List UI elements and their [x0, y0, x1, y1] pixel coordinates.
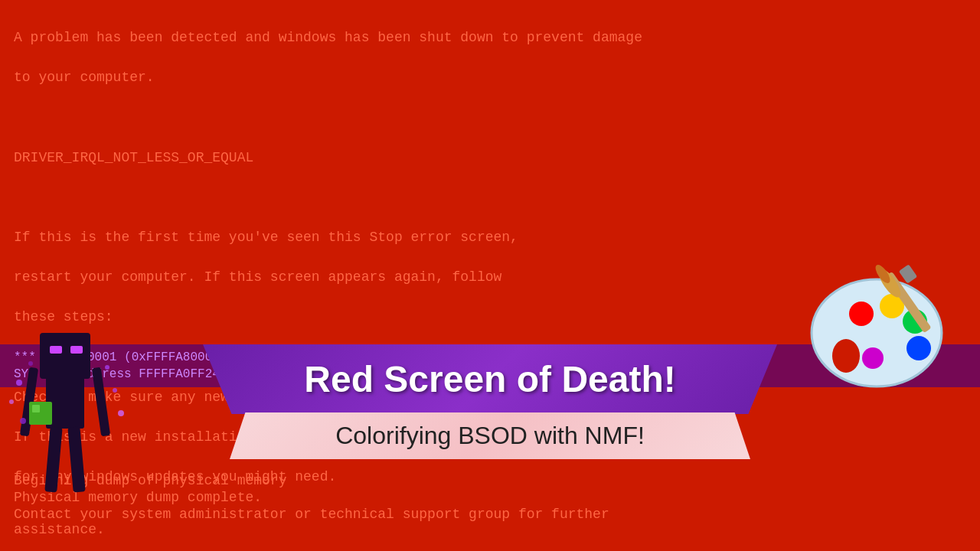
- bsod-line6: If this is the first time you've seen th…: [14, 230, 518, 245]
- paint-palette-icon: [804, 245, 957, 398]
- banner-title: Red Screen of Death!: [304, 359, 675, 399]
- banner-subtitle: Colorifying BSOD with NMF!: [335, 422, 645, 449]
- pink-banner: Colorifying BSOD with NMF!: [230, 412, 750, 459]
- svg-point-25: [118, 410, 124, 416]
- svg-point-24: [113, 388, 117, 393]
- svg-point-2: [849, 302, 874, 326]
- svg-rect-12: [40, 333, 90, 379]
- svg-point-6: [862, 347, 884, 369]
- svg-rect-14: [70, 346, 83, 354]
- bsod-line7: restart your computer. If this screen ap…: [14, 269, 501, 285]
- enderman-character: [8, 291, 130, 490]
- svg-point-21: [16, 380, 22, 386]
- svg-rect-13: [50, 346, 62, 354]
- svg-rect-16: [92, 367, 110, 437]
- bsod-screen: { "bsod": { "line1": "A problem has been…: [0, 0, 980, 551]
- svg-rect-17: [44, 426, 62, 492]
- svg-point-0: [812, 279, 942, 386]
- bsod-error-code: DRIVER_IRQL_NOT_LESS_OR_EQUAL: [14, 150, 253, 165]
- svg-rect-8: [899, 264, 918, 284]
- svg-point-22: [9, 399, 14, 404]
- svg-point-26: [28, 361, 33, 366]
- svg-point-5: [906, 336, 931, 360]
- purple-banner: Red Screen of Death!: [203, 344, 777, 414]
- svg-rect-18: [67, 426, 85, 492]
- bsod-line1: A problem has been detected and windows …: [14, 30, 642, 45]
- bsod-line2: to your computer.: [14, 70, 155, 85]
- svg-point-27: [105, 365, 109, 370]
- svg-point-23: [20, 418, 26, 424]
- svg-rect-20: [32, 405, 40, 412]
- svg-point-1: [832, 339, 860, 373]
- assistance-line: assistance.: [14, 522, 609, 537]
